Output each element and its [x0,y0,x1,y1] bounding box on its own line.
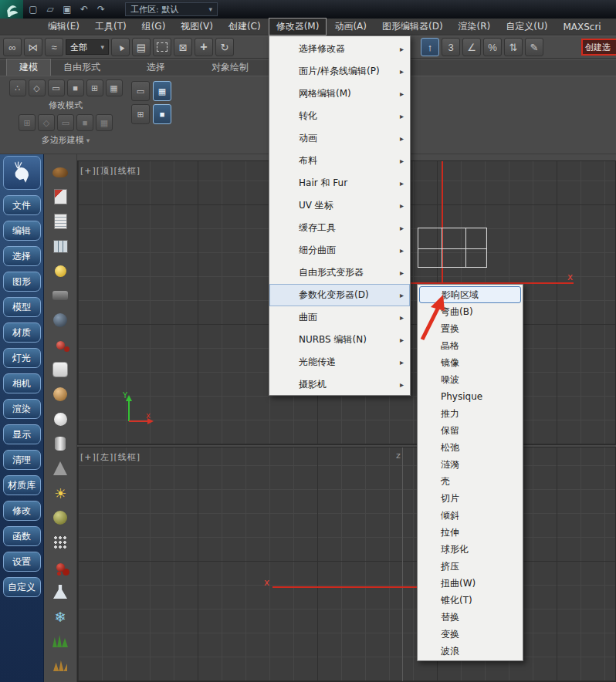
sphere-icon[interactable] [49,309,72,332]
menu-maxscript[interactable]: MAXScri [555,19,608,35]
submenu-item[interactable]: Physique [418,388,523,405]
submenu-item[interactable]: 球形化 [418,541,523,558]
camera-icon[interactable] [49,284,72,307]
active-tool-button[interactable] [421,38,439,56]
submenu-item[interactable]: 倾斜 [418,507,523,524]
submenu-item[interactable]: 保留 [418,422,523,439]
sidebar-item-select[interactable]: 选择 [3,246,41,266]
percent-snap-icon[interactable]: % [483,38,502,56]
select-object-icon[interactable] [111,38,130,56]
open-file-icon[interactable] [43,2,57,16]
cylinder-icon[interactable] [49,432,72,455]
spheres-red-icon[interactable] [49,333,72,356]
unlink-icon[interactable] [24,38,42,56]
grid-toggle-icon[interactable] [96,114,113,131]
modifier-menu-item[interactable]: 网格编辑(M) [269,83,410,105]
sun-icon[interactable] [49,481,72,505]
redo-icon[interactable] [94,2,108,16]
sidebar-item-model[interactable]: 模型 [3,297,41,317]
tab-freeform[interactable]: 自由形式 [51,59,113,76]
viewport-left[interactable]: [+][左][线框] z x [77,447,616,682]
sidebar-item-file[interactable]: 文件 [3,195,41,215]
submenu-item[interactable]: 替换 [418,609,523,626]
ribbon-tool-b-icon[interactable] [131,104,150,124]
tab-modeling[interactable]: 建模 [6,59,51,76]
sidebar-item-shape[interactable]: 图形 [3,272,41,292]
sidebar-item-camera[interactable]: 相机 [3,373,41,393]
ribbon-tool-a-icon[interactable] [131,81,150,101]
menu-animation[interactable]: 动画(A) [327,18,374,35]
sidebar-item-render[interactable]: 渲染 [3,399,41,419]
teapot-icon[interactable] [49,160,72,184]
edge-mode-icon[interactable] [29,79,46,96]
new-file-icon[interactable] [26,2,40,16]
border-mode-icon[interactable] [48,79,65,96]
modifier-menu-item[interactable]: 自由形式变形器 [269,262,410,284]
menu-edit[interactable]: 编辑(E) [40,18,87,35]
plane-icon[interactable] [49,358,72,381]
sidebar-item-modify[interactable]: 修改 [3,501,41,521]
sidebar-item-edit[interactable]: 编辑 [3,221,41,241]
submenu-item[interactable]: 变换 [418,626,523,643]
lightbulb-icon[interactable] [49,259,72,282]
app-logo-icon[interactable] [0,0,23,19]
submenu-item[interactable]: 锥化(T) [418,592,523,609]
modifier-menu-item[interactable]: Hair 和 Fur [269,172,410,194]
scatter-icon[interactable] [49,531,72,554]
snowflake-icon[interactable] [49,605,72,628]
menu-graph-editors[interactable]: 图形编辑器(D) [374,18,451,35]
save-icon[interactable] [60,2,74,16]
sidebar-item-function[interactable]: 函数 [3,526,41,546]
selection-filter-combo[interactable]: 全部 [66,39,109,55]
modifier-menu-item[interactable]: UV 坐标 [269,194,410,217]
modifier-menu-item[interactable]: 选择修改器 [269,38,410,60]
angle-snap-icon[interactable] [462,38,481,56]
undo-icon[interactable] [77,2,91,16]
submenu-item[interactable]: 挤压 [418,558,523,575]
material-editor-icon[interactable] [49,185,72,208]
submenu-item[interactable]: 切片 [418,490,523,507]
submenu-item[interactable]: 波浪 [418,643,523,660]
grass-icon[interactable] [49,630,72,653]
submenu-item[interactable]: 松弛 [418,439,523,456]
object-mode-icon[interactable] [106,79,123,96]
ribbon-active-tool-icon[interactable] [153,81,171,101]
cone-icon[interactable] [49,457,72,480]
submenu-item[interactable]: 镜像 [418,354,523,371]
modifier-menu-item[interactable]: 布料 [269,150,410,172]
link-icon[interactable] [3,38,22,56]
shaded-faces-icon[interactable] [76,114,93,131]
circle-icon[interactable] [49,407,72,430]
create-selection-set-field[interactable]: 创建选 [581,39,616,56]
sidebar-item-material[interactable]: 材质 [3,322,41,343]
spinner-snap-icon[interactable] [504,38,523,56]
menu-views[interactable]: 视图(V) [173,18,221,35]
notes-icon[interactable] [49,210,72,233]
tab-object-paint[interactable]: 对象绘制 [199,59,261,76]
modifier-menu-item[interactable]: 缓存工具 [269,217,410,239]
sidebar-item-display[interactable]: 显示 [3,424,41,444]
modifier-menu-item[interactable]: NURBS 编辑(N) [269,329,410,351]
element-mode-icon[interactable] [86,79,103,96]
flask-icon[interactable] [49,580,72,603]
berries-icon[interactable] [49,555,72,579]
sidebar-item-light[interactable]: 灯光 [3,348,41,368]
edit-keys-icon[interactable] [525,38,543,56]
move-icon[interactable] [195,38,213,56]
modifier-menu-item[interactable]: 转化 [269,105,410,127]
preview-multi-icon[interactable] [57,114,74,131]
sidebar-item-custom[interactable]: 自定义 [3,577,41,597]
sphere-bronze-icon[interactable] [49,383,72,406]
menu-group[interactable]: 组(G) [134,18,174,35]
submenu-item[interactable]: 推力 [418,405,523,422]
submenu-item[interactable]: 噪波 [418,371,523,388]
vertex-mode-icon[interactable] [9,79,26,96]
workspace-selector[interactable]: 工作区: 默认 [125,2,218,16]
viewport-left-label[interactable]: [+][左][线框] [80,451,140,463]
submenu-item[interactable]: 壳 [418,473,523,490]
select-by-name-icon[interactable] [132,38,151,56]
submenu-item[interactable]: 拉伸 [418,524,523,541]
modifier-menu-item[interactable]: 光能传递 [269,351,410,373]
viewport-top-label[interactable]: [+][顶][线框] [80,165,140,177]
bind-space-warp-icon[interactable] [45,38,63,56]
